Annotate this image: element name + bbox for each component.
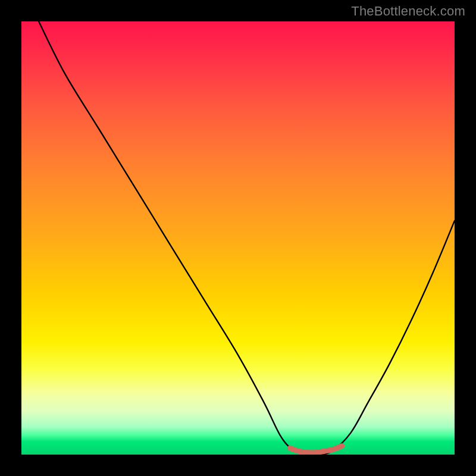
- plot-area: [21, 21, 455, 455]
- optimal-zone-curve: [290, 446, 342, 452]
- curve-layer: [21, 21, 455, 455]
- chart-frame: TheBottleneck.com: [0, 0, 476, 476]
- watermark-text: TheBottleneck.com: [351, 4, 465, 19]
- bottleneck-curve: [39, 21, 455, 455]
